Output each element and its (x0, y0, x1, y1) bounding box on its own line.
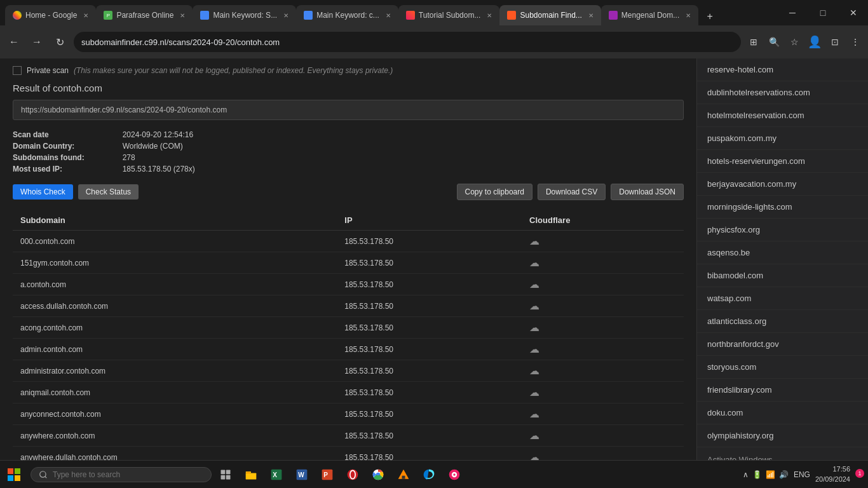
word-icon: W (295, 468, 308, 481)
tab-label: Parafrase Online (116, 11, 173, 20)
download-csv-button[interactable]: Download CSV (538, 184, 606, 200)
sidebar-domain-item[interactable]: hotels-reservierungen.com (697, 150, 868, 173)
task-view-icon (220, 469, 231, 480)
svg-rect-2 (8, 475, 13, 481)
favicon-docs1 (200, 11, 209, 20)
tab-home[interactable]: Home - Google ✕ (5, 5, 96, 25)
tab-close[interactable]: ✕ (180, 12, 185, 19)
tab-close[interactable]: ✕ (386, 12, 391, 19)
scan-date-value: 2024-09-20 12:54:16 (123, 130, 193, 139)
sidebar-domain-item[interactable]: hotelmotelreservation.com (697, 104, 868, 127)
chrome-button[interactable] (367, 463, 390, 486)
address-bar[interactable]: subdomainfinder.c99.nl/scans/2024-09-20/… (74, 32, 741, 52)
result-title: Result of contoh.com (13, 83, 684, 93)
favicon-google (13, 11, 22, 20)
sidebar-domain-item[interactable]: asqenso.be (697, 241, 868, 264)
sidebar-domain-item[interactable]: berjayavacation.com.my (697, 173, 868, 196)
private-scan-checkbox[interactable] (13, 66, 22, 75)
taskbar-right: ∧ 🔋 📶 🔊 ENG 17:56 20/09/2024 🗨 1 (743, 464, 868, 484)
bookmark-icon[interactable]: ☆ (787, 34, 802, 50)
close-button[interactable]: ✕ (839, 0, 868, 25)
cloudflare-icon: ☁ (529, 279, 539, 290)
back-button[interactable]: ← (5, 33, 23, 51)
btn-left-group: Whois Check Check Status (13, 184, 139, 200)
cloudflare-cell: ☁ (522, 425, 684, 447)
download-json-button[interactable]: Download JSON (611, 184, 684, 200)
taskbar-search[interactable] (31, 467, 212, 482)
tab-close[interactable]: ✕ (588, 12, 593, 19)
forward-button[interactable]: → (28, 33, 46, 51)
tab-bar: Home - Google ✕ P Parafrase Online ✕ Mai… (0, 0, 868, 25)
word-button[interactable]: W (290, 463, 313, 486)
sidebar-domain-item[interactable]: bibamodel.com (697, 264, 868, 287)
sidebar-domain-item[interactable]: dublinhotelreservations.com (697, 81, 868, 104)
private-scan-note: (This makes sure your scan will not be l… (74, 66, 393, 75)
svg-rect-24 (402, 475, 405, 478)
table-header: Subdomain IP Cloudflare (13, 210, 684, 231)
sidebar-domain-item[interactable]: puspakom.com.my (697, 127, 868, 150)
cast-icon[interactable]: ⊞ (746, 34, 761, 50)
new-tab-button[interactable]: + (701, 8, 719, 25)
file-explorer-button[interactable] (240, 463, 262, 486)
tab-close[interactable]: ✕ (83, 12, 88, 19)
sidebar-domain-item[interactable]: morningside-lights.com (697, 196, 868, 219)
result-url-bar: https://subdomainfinder.c99.nl/scans/202… (13, 100, 684, 120)
volume-icon: 🔊 (779, 470, 789, 479)
sidebar-domain-item[interactable]: storyous.com (697, 356, 868, 379)
extensions-icon[interactable]: ⊡ (827, 34, 843, 50)
reload-button[interactable]: ↻ (51, 33, 69, 51)
svg-rect-7 (226, 470, 231, 474)
tab-docs2[interactable]: Main Keyword: c... ✕ (296, 5, 398, 25)
opera-icon (346, 468, 359, 481)
edge-button[interactable] (417, 463, 440, 486)
column-subdomain: Subdomain (13, 210, 337, 231)
start-button[interactable] (0, 461, 28, 489)
task-view-button[interactable] (214, 463, 237, 486)
notification-badge: 1 (855, 469, 864, 478)
subdomain-cell: aniqmail.contoh.com (13, 382, 337, 403)
domain-country-label: Domain Country: (13, 142, 74, 151)
clock[interactable]: 17:56 20/09/2024 (815, 464, 850, 484)
svg-rect-8 (221, 475, 226, 479)
favicon-docs2 (304, 11, 313, 20)
show-hidden-icons[interactable]: ∧ (743, 470, 749, 479)
sidebar-domain-item[interactable]: watsap.com (697, 287, 868, 310)
table-row: anyconnect.contoh.com 185.53.178.50 ☁ (13, 403, 684, 425)
whois-check-button[interactable]: Whois Check (13, 184, 73, 200)
excel-button[interactable]: X (265, 463, 288, 486)
favicon-tutorial (406, 11, 415, 20)
vlc-button[interactable] (392, 463, 415, 486)
check-status-button[interactable]: Check Status (78, 184, 139, 200)
tab-close[interactable]: ✕ (283, 12, 288, 19)
sidebar-domain-item[interactable]: atlanticclass.org (697, 310, 868, 333)
zoom-icon[interactable]: 🔍 (766, 34, 782, 50)
tab-mengenal[interactable]: Mengenal Dom... ✕ (601, 5, 698, 25)
tab-parafrase[interactable]: P Parafrase Online ✕ (96, 5, 193, 25)
browser2-button[interactable] (443, 463, 466, 486)
sidebar-domain-item[interactable]: doku.com (697, 402, 868, 424)
btn-right-group: Copy to clipboard Download CSV Download … (457, 184, 684, 200)
subdomain-cell: administrator.contoh.com (13, 360, 337, 382)
sidebar-domain-item[interactable]: northbranfordct.gov (697, 333, 868, 356)
minimize-button[interactable]: ─ (778, 0, 807, 25)
powerpoint-button[interactable]: P (316, 463, 339, 486)
tab-close[interactable]: ✕ (487, 12, 492, 19)
opera-button[interactable] (341, 463, 364, 486)
tab-close[interactable]: ✕ (686, 12, 691, 19)
copy-clipboard-button[interactable]: Copy to clipboard (457, 184, 532, 200)
notification-icon[interactable]: 🗨 1 (855, 470, 863, 479)
favicon-mengenal (609, 11, 618, 20)
profile-icon[interactable]: 👤 (807, 34, 822, 50)
search-input[interactable] (53, 470, 180, 479)
sidebar-domain-item[interactable]: friendslibrary.com (697, 379, 868, 402)
menu-icon[interactable]: ⋮ (848, 34, 863, 50)
scan-date-row: Scan date (13, 130, 85, 139)
tab-subdomain-finder[interactable]: Subdomain Find... ✕ (499, 5, 600, 25)
tab-docs1[interactable]: Main Keyword: S... ✕ (193, 5, 296, 25)
sidebar-domain-item[interactable]: reserve-hotel.com (697, 58, 868, 81)
maximize-button[interactable]: □ (808, 0, 837, 25)
sidebar-domain-item[interactable]: physicsfox.org (697, 219, 868, 241)
tab-tutorial[interactable]: Tutorial Subdom... ✕ (398, 5, 500, 25)
tab-label: Tutorial Subdom... (419, 11, 481, 20)
sidebar-domain-item[interactable]: olympiahistory.org (697, 424, 868, 447)
